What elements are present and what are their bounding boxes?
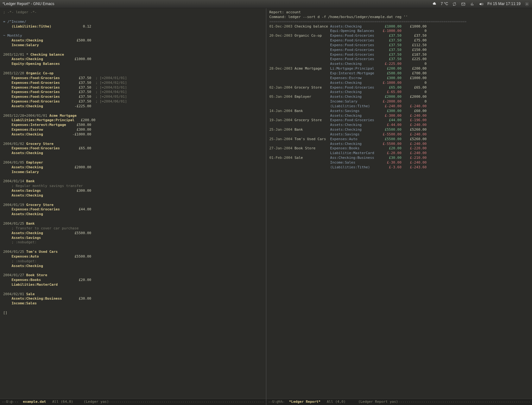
tx-note: ; :nobudget:	[12, 259, 37, 263]
tx-payee: Book Store	[26, 273, 47, 277]
modeline-fill: ----------------------------------------…	[109, 400, 264, 404]
report-amount: £5500.00	[378, 128, 402, 132]
report-balance: £75.00	[403, 38, 427, 42]
left-modeline: --U:@--- example.dat All (64,0) (Ledger …	[0, 399, 266, 405]
posting-note: ; [=2004/04/01]	[95, 90, 127, 94]
report-date	[269, 90, 293, 94]
report-amount: £-1000.00	[378, 81, 402, 85]
report-account: Assets:Checking	[330, 24, 377, 28]
report-balance: £-240.00	[403, 160, 427, 165]
report-payee: Tom's Used Cars	[294, 137, 328, 141]
report-balance: £-210.00	[403, 156, 427, 160]
mail-icon[interactable]	[461, 2, 466, 7]
posting-account: Assets:Checking	[12, 231, 70, 235]
report-payee	[294, 151, 328, 155]
settings-icon[interactable]	[524, 2, 529, 7]
report-balance: £2000.00	[403, 95, 427, 99]
report-date: 25-Jan-2004	[269, 128, 293, 132]
report-date	[269, 29, 293, 33]
posting-note: ; [=2004/02/01]	[95, 81, 127, 85]
report-balance: £1000.00	[403, 24, 427, 28]
posting-amount: £37.50	[70, 85, 91, 90]
report-payee	[294, 90, 328, 94]
posting-account: Equity:Opening Balances	[12, 62, 70, 66]
weather-icon	[432, 2, 437, 7]
tx-payee: Checking balance	[30, 53, 64, 57]
report-balance: £65.00	[403, 85, 427, 90]
ledger-source-buffer[interactable]: ; -*- ledger -*- = /^Income/ (Liabilitie…	[0, 8, 266, 399]
report-date: 14-Jan-2004	[269, 109, 293, 113]
report-balance: £-243.60	[403, 165, 427, 169]
report-amount: £37.50	[378, 38, 402, 42]
ledger-report-buffer[interactable]: Report: account Command: ledger --sort d…	[266, 8, 532, 399]
modeline-mode: (Ledger yas)	[84, 400, 109, 404]
tx-payee: Bank	[26, 221, 35, 226]
report-payee	[294, 38, 328, 42]
report-balance: £200.00	[403, 66, 427, 71]
report-account: Expens:Food:Groceries	[330, 38, 377, 42]
posting-account: Assets:Checking	[12, 151, 70, 155]
posting-account: Assets:Checking	[12, 193, 70, 197]
refresh-icon[interactable]	[452, 2, 457, 7]
posting-account: Expenses:Interest:Mortgage	[12, 123, 70, 127]
report-payee: Bank	[294, 128, 328, 132]
report-account: Ass:Checking:Business	[330, 156, 377, 160]
posting-account: Assets:Checking	[12, 165, 70, 169]
report-account: Assets:Savings	[330, 109, 377, 113]
report-payee	[294, 160, 328, 165]
report-amount: £-5500.00	[378, 132, 402, 136]
report-account: Assets:Checking	[330, 142, 377, 146]
posting-account: Expenses:Food:Groceries	[12, 99, 70, 103]
report-payee: Checking balance	[294, 24, 328, 28]
report-amount: £-240.00	[378, 104, 402, 108]
left-window[interactable]: ; -*- ledger -*- = /^Income/ (Liabilitie…	[0, 8, 266, 405]
report-command: Command: ledger --sort d -f /home/borbus…	[269, 15, 408, 19]
posting-amount: £37.50	[70, 90, 91, 94]
report-date	[269, 43, 293, 47]
system-tray: 7 °C Fri 15 Mar 17:11:19	[432, 1, 529, 6]
modeline-position: All (64,0)	[46, 400, 84, 404]
report-date	[269, 160, 293, 165]
tx-payee: Acme Mortgage	[49, 114, 77, 118]
modeline-fill: ----------------------------------------…	[398, 400, 530, 404]
report-balance: 0	[403, 62, 427, 66]
report-account: Assets:Checking	[330, 114, 377, 118]
report-amount: £2000.00	[378, 95, 402, 99]
report-account: Assets:Checking	[330, 95, 377, 99]
report-payee: Bank	[294, 109, 328, 113]
report-balance: £-220.00	[403, 146, 427, 150]
report-date	[269, 38, 293, 42]
posting-amount: £30.00	[70, 296, 91, 301]
report-date	[269, 57, 293, 61]
tx-date: 2004/01/25	[3, 250, 24, 254]
tx-date: 2004/01/14	[3, 179, 24, 183]
posting-note: ; [=2004/05/01]	[95, 95, 127, 99]
svg-rect-0	[462, 3, 465, 5]
posting-account: Expenses:Food:Groceries	[12, 85, 70, 90]
report-account: Expenses:Escrow	[330, 76, 377, 80]
report-payee: Employer	[294, 95, 328, 99]
right-window[interactable]: Report: account Command: ledger --sort d…	[266, 8, 532, 405]
posting-account: Expenses:Food:Groceries	[12, 81, 70, 85]
network-icon[interactable]	[470, 2, 475, 7]
posting-account: (Liabilities:Tithe)	[12, 24, 70, 28]
report-date	[269, 48, 293, 52]
automated-tx-header: = /^Income/	[3, 20, 26, 24]
report-balance: £-240.00	[403, 151, 427, 155]
posting-account: Income:Sales	[12, 301, 70, 305]
posting-amount: £65.00	[70, 146, 91, 150]
posting-amount: £1000.00	[70, 57, 91, 61]
report-date	[269, 76, 293, 80]
cursor: []	[3, 311, 7, 315]
report-date: 25-Jan-2004	[269, 137, 293, 141]
report-account: Expens:Food:Groceries	[330, 85, 377, 90]
tx-payee: Bank	[26, 179, 35, 183]
report-separator: ========================================…	[269, 20, 467, 24]
posting-account: Expenses:Food:Groceries	[12, 146, 70, 150]
report-account: Assets:Checking	[330, 128, 377, 132]
posting-account: Assets:Savings	[12, 189, 70, 193]
report-amount: £500.00	[378, 71, 402, 75]
ledger-mode-comment: ; -*- ledger -*-	[3, 10, 37, 14]
volume-icon[interactable]	[478, 2, 484, 7]
report-date	[269, 71, 293, 75]
